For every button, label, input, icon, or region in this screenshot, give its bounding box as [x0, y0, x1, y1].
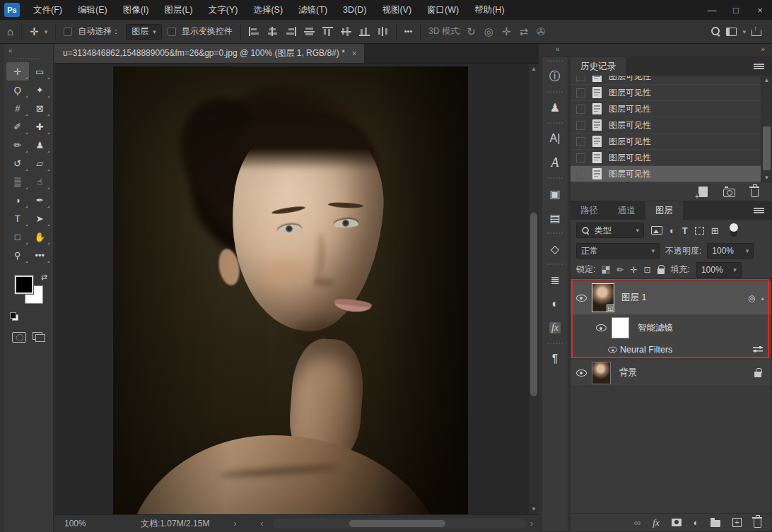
glyphs-panel-icon[interactable]: A [542, 150, 568, 175]
menu-item[interactable]: 帮助(H) [467, 0, 512, 20]
camera-3d-icon[interactable]: ✇ [537, 26, 546, 37]
clone-stamp-tool[interactable]: ♟ [29, 136, 52, 154]
foreground-color[interactable] [15, 276, 33, 294]
toolbar-collapse[interactable]: « [4, 44, 53, 57]
swap-colors-icon[interactable]: ⇄ [41, 273, 47, 282]
history-item[interactable]: 图层可见性 [571, 117, 771, 134]
visibility-eye-icon[interactable] [576, 295, 587, 302]
smart-filters-label[interactable]: 智能滤镜 [638, 322, 673, 334]
pan-3d-icon[interactable]: ✛ [502, 26, 511, 37]
healing-brush-tool[interactable]: ✚ [29, 117, 52, 136]
smart-filter-badge-icon[interactable]: ◎ [748, 293, 755, 303]
path-select-tool[interactable]: ➤ [29, 209, 52, 227]
history-scrollbar-thumb[interactable] [763, 126, 771, 170]
visibility-eye-icon[interactable] [576, 370, 587, 377]
filter-shape-layers-icon[interactable] [695, 227, 704, 235]
delete-layer-icon[interactable] [754, 519, 761, 528]
layer-comps-panel-icon[interactable]: ▣ [542, 182, 568, 206]
canvas-area[interactable] [54, 64, 529, 514]
tab-paths[interactable]: 路径 [571, 201, 608, 220]
visibility-eye-icon[interactable] [608, 346, 617, 353]
pen-tool[interactable]: ✒ [29, 191, 52, 209]
fill-panel-icon[interactable]: ◐ [542, 292, 568, 316]
vertical-scrollbar-thumb[interactable] [530, 213, 537, 396]
document-tab[interactable]: u=3134846862,1548889005&fm=26&gp=0.jpg @… [54, 44, 364, 63]
history-brush-tool[interactable]: ↺ [6, 154, 29, 172]
lock-pixels-icon[interactable]: ✏ [616, 265, 624, 275]
adjustments-panel-icon[interactable]: ≣ [542, 268, 568, 292]
layer-style-fx-icon[interactable]: fx [653, 517, 659, 528]
new-adjustment-layer-icon[interactable]: ◐ [694, 518, 698, 528]
lock-transparency-icon[interactable] [602, 266, 610, 274]
distribute-v[interactable] [378, 27, 388, 36]
workspace-icon[interactable] [726, 28, 737, 36]
filtering-toggle[interactable] [730, 225, 737, 237]
new-document-from-state-icon[interactable] [698, 187, 708, 197]
filter-pixel-layers-icon[interactable] [651, 226, 662, 235]
move-tool[interactable]: ✛ [6, 62, 29, 81]
history-item[interactable]: 图层可见性 [571, 150, 771, 166]
smart-filter-mask-thumbnail[interactable] [612, 317, 629, 338]
orbit-3d-icon[interactable]: ↻ [467, 26, 476, 37]
styles-panel-icon[interactable]: fx [542, 316, 568, 340]
delete-state-icon[interactable] [751, 189, 759, 197]
slide-3d-icon[interactable]: ⇄ [520, 26, 529, 37]
menu-item[interactable]: 文件(F) [25, 0, 70, 20]
history-item[interactable]: 图层可见性 [571, 134, 771, 150]
magic-wand-tool[interactable]: ✦ [29, 81, 52, 99]
background-lock-icon[interactable] [754, 372, 761, 377]
history-item[interactable]: 图层可见性 [571, 101, 771, 117]
scroll-up-icon[interactable]: ▲ [529, 64, 539, 74]
opacity-dropdown[interactable]: 100% ▾ [707, 243, 754, 259]
roll-3d-icon[interactable]: ◎ [484, 26, 493, 37]
link-layers-icon[interactable]: ∞ [634, 517, 641, 528]
lock-all-icon[interactable] [657, 268, 665, 274]
history-source-checkbox[interactable] [576, 121, 585, 130]
collapse-dock-icon[interactable]: » [761, 45, 765, 53]
more-tools[interactable]: ••• [29, 246, 52, 264]
blend-mode-dropdown[interactable]: 正常 ▾ [576, 243, 660, 259]
info-panel-icon[interactable]: ⓘ [542, 64, 568, 88]
search-icon[interactable] [711, 27, 720, 36]
menu-item[interactable]: 滤镜(T) [291, 0, 335, 20]
close-button[interactable]: × [748, 0, 772, 20]
eyedropper-tool[interactable]: ✐ [6, 117, 29, 136]
scroll-up-icon[interactable]: ▲ [761, 76, 771, 85]
lock-artboard-icon[interactable]: ⊡ [643, 265, 650, 275]
marquee-tool[interactable]: ▭ [29, 62, 52, 81]
horizontal-scrollbar[interactable] [273, 519, 526, 528]
paragraph-panel-icon[interactable]: ¶ [542, 347, 568, 371]
lock-position-icon[interactable]: ✛ [630, 265, 637, 275]
history-source-checkbox[interactable] [576, 137, 585, 146]
add-mask-icon[interactable] [672, 519, 682, 526]
lasso-tool[interactable]: Ϙ [6, 81, 29, 99]
default-colors-icon[interactable] [10, 312, 18, 321]
panel-menu-icon[interactable] [754, 208, 764, 213]
layer-row-layer1[interactable]: ◱ 图层 1 ◎ ▴ [571, 281, 771, 314]
align-middle-v[interactable] [341, 27, 351, 36]
horizontal-scrollbar-thumb[interactable] [349, 520, 445, 527]
history-source-checkbox[interactable] [576, 105, 585, 114]
history-source-checkbox[interactable] [576, 88, 585, 97]
menu-item[interactable]: 选择(S) [245, 0, 291, 20]
crop-tool[interactable]: # [6, 99, 29, 117]
menu-item[interactable]: 图像(I) [115, 0, 157, 20]
tab-history[interactable]: 历史记录 [571, 57, 626, 76]
auto-select-dropdown[interactable]: 图层▾ [126, 24, 162, 40]
scroll-down-icon[interactable]: ▼ [529, 504, 539, 514]
history-item[interactable]: 图层可见性 [571, 85, 771, 101]
maximize-button[interactable]: □ [724, 0, 748, 20]
zoom-tool[interactable]: ⚲ [6, 246, 29, 264]
move-tool-icon[interactable]: ✛ [30, 26, 39, 37]
layer-row-smart-filters[interactable]: 智能滤镜 [571, 314, 771, 341]
type-tool[interactable]: T [6, 209, 29, 227]
align-bottom[interactable] [359, 27, 370, 36]
hand-tool[interactable]: ✋ [29, 227, 52, 246]
home-icon[interactable]: ⌂ [7, 26, 13, 37]
menu-item[interactable]: 视图(V) [374, 0, 419, 20]
chevron-down-icon[interactable]: ▾ [45, 28, 48, 35]
chevron-down-icon[interactable]: ▾ [742, 28, 746, 35]
show-transform-checkbox[interactable] [168, 28, 176, 36]
filter-smart-objects-icon[interactable]: ⊞ [711, 225, 719, 236]
canvas-image[interactable] [113, 66, 468, 514]
